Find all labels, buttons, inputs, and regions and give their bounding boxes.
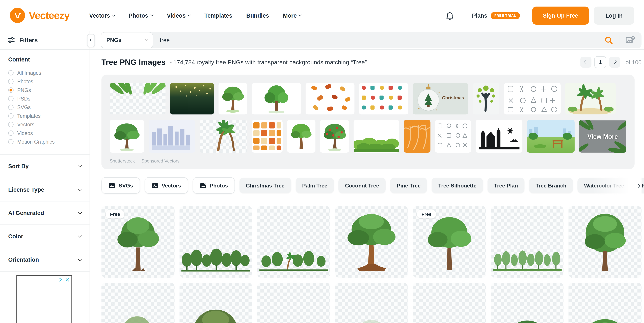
vecteezy-logo[interactable]: Vecteezy: [10, 8, 70, 23]
notifications-bell-icon[interactable]: [445, 10, 455, 20]
close-ad-icon[interactable]: [65, 277, 70, 282]
next-page-button[interactable]: [609, 57, 620, 68]
result-faint-tree[interactable]: [335, 283, 408, 323]
sponsored-thumb-city-skyline[interactable]: [149, 120, 195, 153]
pill-pine-tree[interactable]: Pine Tree: [390, 178, 427, 193]
result-dense-treetop[interactable]: [179, 283, 252, 323]
result-tree-with-roots[interactable]: [335, 206, 408, 278]
orange-palm-pattern-image: [404, 120, 430, 153]
nav-bundles[interactable]: Bundles: [246, 12, 269, 18]
section-sort-by[interactable]: Sort By: [0, 155, 90, 178]
search-icon[interactable]: [604, 35, 613, 44]
sponsored-thumb-tropical-palms[interactable]: [565, 83, 616, 115]
filters-header[interactable]: Filters: [0, 31, 90, 49]
nav-videos[interactable]: Videos: [167, 12, 190, 18]
prev-page-button[interactable]: [580, 57, 592, 68]
sponsored-thumb-christmas-pattern[interactable]: [359, 83, 408, 115]
radio-icon: [8, 139, 14, 144]
radio-icon: [8, 130, 14, 136]
pill-tree-plan[interactable]: Tree Plan: [488, 178, 524, 193]
section-ai-generated[interactable]: AI Generated: [0, 201, 90, 225]
result-tree-line[interactable]: [179, 206, 252, 278]
sponsored-thumb-grass[interactable]: [354, 120, 399, 153]
result-thin-tree-row[interactable]: [491, 206, 564, 278]
result-tree-line-palms[interactable]: [257, 206, 330, 278]
result-green-tree[interactable]: Free: [413, 206, 486, 278]
chevron-down-icon: [150, 13, 153, 16]
section-orientation[interactable]: Orientation: [0, 248, 90, 272]
results-grid-row-2: [102, 283, 642, 323]
sponsored-thumb-tree-logo[interactable]: [473, 83, 500, 115]
filter-option-pngs[interactable]: PNGs: [0, 86, 90, 94]
filter-option-photos[interactable]: Photos: [0, 77, 90, 86]
tree-image: [348, 315, 396, 323]
filter-option-svgs[interactable]: SVGs: [0, 103, 90, 112]
sponsored-thumb-orange-palm-pattern[interactable]: [404, 120, 430, 153]
image-search-icon[interactable]: [625, 35, 635, 45]
sponsored-thumb-mini-icons[interactable]: [435, 120, 471, 153]
result-large-green-tree[interactable]: [568, 283, 642, 323]
filter-option-vectors[interactable]: Vectors: [0, 120, 90, 129]
pill-christmas-tree[interactable]: Christmas Tree: [239, 178, 291, 193]
nav-photos[interactable]: Photos: [129, 12, 153, 18]
results-main: Tree PNG Images - 174,784 royalty free P…: [90, 50, 644, 323]
search-input[interactable]: [153, 37, 604, 43]
sponsored-thumb-palm-trees[interactable]: [200, 120, 247, 153]
pill-vectors[interactable]: Vectors: [144, 177, 188, 194]
sponsored-thumb-pattern-collage[interactable]: [252, 120, 283, 153]
result-round-tree[interactable]: [568, 206, 642, 278]
sponsored-thumb-flat-tree[interactable]: [252, 83, 301, 115]
sponsored-thumb-apple-tree[interactable]: [320, 120, 349, 153]
adchoices-icon[interactable]: [58, 277, 63, 282]
pill-palm-tree[interactable]: Palm Tree: [296, 178, 334, 193]
filter-sliders-icon: [8, 36, 15, 44]
result-tall-sparse-tree[interactable]: [102, 283, 174, 323]
sponsored-thumb-autumn-leaves[interactable]: [306, 83, 354, 115]
page-number-input[interactable]: 1: [594, 56, 606, 68]
filter-option-all-images[interactable]: All Images: [0, 68, 90, 77]
result-doves-with-leaves[interactable]: [413, 283, 486, 323]
section-color[interactable]: Color: [0, 225, 90, 248]
result-single-tree[interactable]: Free: [102, 206, 174, 278]
collapse-sidebar-button[interactable]: [87, 34, 95, 47]
sign-up-free-button[interactable]: Sign Up Free: [532, 6, 589, 24]
pill-photos[interactable]: Photos: [192, 177, 235, 194]
chevron-down-icon: [78, 187, 82, 191]
sponsored-thumb-green-tree[interactable]: [110, 120, 144, 153]
nav-templates[interactable]: Templates: [204, 12, 232, 18]
result-dark-bush[interactable]: [491, 283, 564, 323]
filter-option-videos[interactable]: Videos: [0, 129, 90, 137]
pill-coconut-tree[interactable]: Coconut Tree: [338, 178, 386, 193]
nav-vectors[interactable]: Vectors: [89, 12, 115, 18]
sponsored-thumb-palm-fronds[interactable]: [110, 83, 166, 115]
sponsored-thumb-line-icons[interactable]: [504, 83, 561, 115]
radio-icon: [8, 79, 14, 84]
shutterstock-label[interactable]: Shutterstock: [110, 158, 135, 163]
sponsored-thumb-cartoon-tree-2[interactable]: [287, 120, 315, 153]
pill-tree-branch[interactable]: Tree Branch: [529, 178, 573, 193]
section-license-type[interactable]: License Type: [0, 178, 90, 202]
search-category-select[interactable]: PNGs: [100, 32, 153, 48]
pill-tree-silhouette[interactable]: Tree Silhouette: [432, 178, 483, 193]
log-in-button[interactable]: Log In: [594, 6, 634, 24]
filter-option-templates[interactable]: Templates: [0, 112, 90, 120]
tree-image: [112, 212, 164, 274]
pills-overflow-fade: [592, 176, 642, 195]
sponsored-thumb-view-more[interactable]: View More: [579, 120, 626, 153]
pills-scroll-right-button[interactable]: [637, 182, 640, 189]
sponsored-vectors-label[interactable]: Sponsored Vectors: [142, 158, 180, 163]
result-trees-and-palm[interactable]: [257, 283, 330, 323]
sponsored-thumb-park-scene[interactable]: [527, 120, 574, 153]
nav-more[interactable]: More: [283, 12, 301, 18]
filter-option-psds[interactable]: PSDs: [0, 94, 90, 103]
sponsored-thumb-cartoon-tree[interactable]: [218, 83, 247, 115]
filter-option-motion-graphics[interactable]: Motion Graphics: [0, 137, 90, 146]
pill-svgs[interactable]: SVGs: [102, 177, 140, 194]
sponsored-thumb-halloween[interactable]: [476, 120, 522, 153]
radio-icon: [8, 113, 14, 119]
navbar-right: Plans FREE TRIAL Sign Up Free Log In: [445, 6, 634, 24]
sponsored-thumb-forest-lights[interactable]: [170, 83, 214, 115]
advertisement[interactable]: est,: [16, 275, 72, 323]
plans-link[interactable]: Plans FREE TRIAL: [472, 12, 520, 19]
sponsored-thumb-christmas-ornament[interactable]: Christmas: [413, 83, 468, 115]
